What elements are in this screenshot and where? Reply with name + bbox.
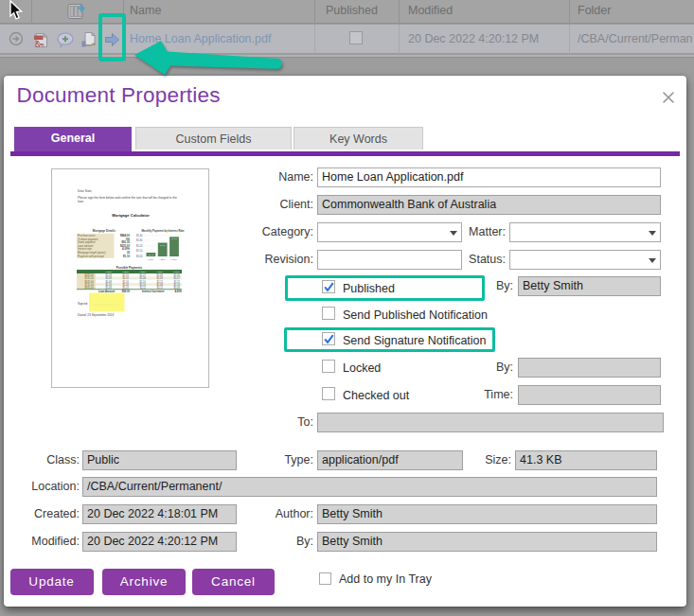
svg-text:4.00%: 4.00% <box>148 258 155 261</box>
svg-text:5.00%: 5.00% <box>173 271 181 273</box>
svg-text:Mortgage Details: Mortgage Details <box>93 229 116 233</box>
svg-text:Loan Amount: Loan Amount <box>80 271 93 273</box>
svg-text:$1.30: $1.30 <box>136 238 143 242</box>
svg-text:$92.00: $92.00 <box>122 290 131 293</box>
svg-text:Mortgage Calculator: Mortgage Calculator <box>112 213 150 218</box>
svg-text:Interest Increment: Interest Increment <box>142 290 164 293</box>
svg-text:Loan Amount: Loan Amount <box>98 290 115 293</box>
svg-text:4.20%: 4.20% <box>174 290 182 293</box>
svg-text:4.25%: 4.25% <box>159 258 167 261</box>
svg-text:4.75%: 4.75% <box>156 271 164 273</box>
svg-text:4.75%: 4.75% <box>170 258 178 261</box>
svg-text:Please sign the form below and: Please sign the form below and confirm t… <box>78 196 177 200</box>
svg-text:Payment with principal: Payment with principal <box>78 255 104 258</box>
svg-text:$1.40: $1.40 <box>136 234 143 238</box>
svg-text:$1.20: $1.20 <box>136 244 143 248</box>
svg-text:loan.: loan. <box>78 200 84 203</box>
svg-text:Possible Payments: Possible Payments <box>116 266 143 270</box>
svg-text:$1.03: $1.03 <box>149 254 154 255</box>
svg-text:$1.00: $1.00 <box>136 255 143 258</box>
svg-text:Dated: 23 September 2013: Dated: 23 September 2013 <box>78 313 115 317</box>
svg-text:Monthly Payment by Interest Ra: Monthly Payment by Interest Rate <box>142 229 185 233</box>
svg-text:$1.26: $1.26 <box>160 244 166 246</box>
svg-text:4.00%: 4.00% <box>105 271 113 273</box>
svg-text:$1.10: $1.10 <box>136 249 143 253</box>
svg-text:4.25%: 4.25% <box>122 271 130 273</box>
svg-text:$1.10: $1.10 <box>123 255 130 258</box>
svg-text:Dear Sam,: Dear Sam, <box>78 189 92 193</box>
svg-text:Signed:: Signed: <box>78 302 88 306</box>
svg-text:4.50%: 4.50% <box>139 271 147 273</box>
svg-text:$1.33: $1.33 <box>171 238 177 239</box>
